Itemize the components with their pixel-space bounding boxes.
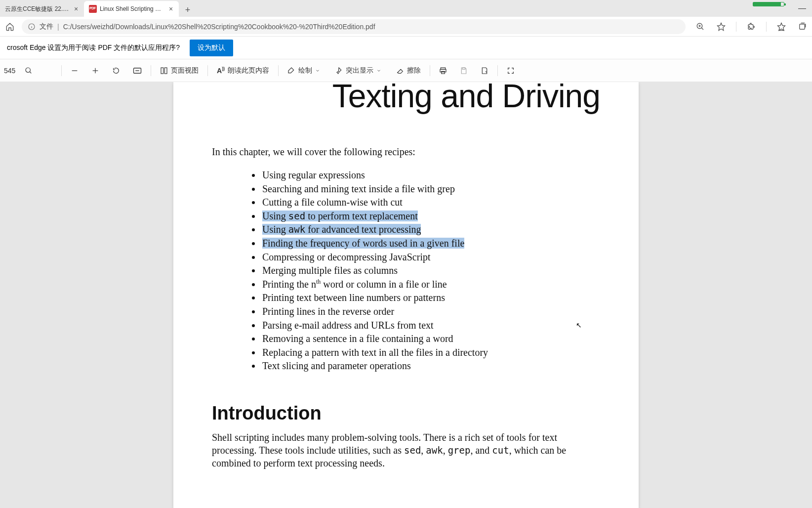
favorites-bar-icon[interactable] — [774, 20, 788, 34]
address-bar-row: 文件 | C:/Users/weizhd/Downloads/Linux%20S… — [0, 17, 812, 37]
list-item: Using regular expressions — [261, 169, 600, 182]
battery-indicator — [753, 2, 784, 6]
list-item: Cutting a file column-wise with cut — [261, 196, 600, 210]
new-tab-button[interactable]: + — [181, 3, 195, 17]
minimize-button[interactable]: — — [792, 4, 812, 13]
list-item: Removing a sentence in a file containing… — [261, 332, 600, 346]
tab-item-1[interactable]: Linux Shell Scripting Cookbook - × — [84, 1, 179, 17]
prompt-text: crosoft Edge 设置为用于阅读 PDF 文件的默认应用程序? — [7, 43, 180, 52]
page-view-button[interactable]: 页面视图 — [157, 64, 202, 77]
read-aloud-button[interactable]: A)) 朗读此页内容 — [214, 64, 272, 77]
list-item: Using sed to perform text replacement — [261, 210, 600, 223]
fullscreen-icon[interactable] — [504, 65, 518, 77]
tab-title: 云原生CCE敏捷版 22.9.0 安全 — [5, 5, 69, 13]
recipe-list: Using regular expressionsSearching and m… — [212, 169, 600, 373]
separator — [766, 22, 767, 32]
search-icon[interactable] — [22, 65, 36, 77]
svg-rect-10 — [800, 24, 805, 29]
extensions-icon[interactable] — [744, 20, 758, 34]
addr-file-label: 文件 — [40, 22, 53, 31]
address-bar[interactable]: 文件 | C:/Users/weizhd/Downloads/Linux%20S… — [22, 19, 686, 34]
close-icon[interactable]: × — [167, 5, 175, 13]
pdf-icon — [89, 5, 97, 13]
chapter-intro: In this chapter, we will cover the follo… — [212, 146, 600, 158]
svg-rect-24 — [442, 71, 445, 74]
addr-path: C:/Users/weizhd/Downloads/Linux%20Shell%… — [63, 23, 375, 31]
svg-line-14 — [30, 72, 31, 73]
list-item: Compressing or decompressing JavaScript — [261, 251, 600, 264]
zoom-icon[interactable] — [693, 20, 707, 34]
list-item: Finding the frequency of words used in a… — [261, 237, 600, 251]
list-item: Using awk for advanced text processing — [261, 223, 600, 237]
fit-page-button[interactable] — [130, 65, 145, 76]
svg-point-13 — [26, 68, 30, 72]
svg-rect-21 — [164, 68, 167, 74]
tab-item-0[interactable]: 云原生CCE敏捷版 22.9.0 安全 × — [0, 1, 84, 17]
section-heading: Introduction — [212, 403, 600, 424]
chevron-down-icon — [315, 68, 320, 73]
page-number-input[interactable] — [4, 67, 22, 75]
list-item: Printing lines in the reverse order — [261, 305, 600, 319]
chevron-down-icon — [376, 68, 381, 73]
addr-right-icons — [693, 20, 809, 34]
set-default-button[interactable]: 设为默认 — [190, 40, 233, 56]
zoom-out-button[interactable] — [68, 65, 81, 77]
info-icon — [28, 23, 36, 31]
tab-title: Linux Shell Scripting Cookbook - — [100, 5, 164, 12]
rotate-button[interactable] — [109, 65, 123, 77]
draw-button[interactable]: 绘制 — [284, 64, 323, 77]
separator — [736, 22, 736, 32]
favorite-icon[interactable] — [714, 20, 728, 34]
print-icon[interactable] — [436, 65, 450, 77]
svg-marker-8 — [778, 23, 785, 30]
list-item: Text slicing and parameter operations — [261, 359, 600, 373]
chapter-title: Texting and Driving — [212, 82, 600, 115]
pdf-viewport[interactable]: Texting and Driving In this chapter, we … — [0, 82, 812, 508]
svg-rect-20 — [161, 68, 163, 74]
addr-separator: | — [57, 23, 59, 31]
svg-marker-7 — [718, 23, 725, 30]
list-item: Parsing e-mail address and URLs from tex… — [261, 319, 600, 333]
pdf-page: Texting and Driving In this chapter, we … — [173, 82, 639, 508]
home-icon[interactable] — [3, 20, 17, 34]
list-item: Printing text between line numbers or pa… — [261, 291, 600, 305]
highlight-button[interactable]: 突出显示 — [332, 64, 384, 77]
collections-icon[interactable] — [795, 20, 809, 34]
pdf-toolbar: 页面视图 A)) 朗读此页内容 绘制 突出显示 擦除 — [0, 59, 812, 82]
list-item: Replacing a pattern with text in all the… — [261, 346, 600, 360]
list-item: Searching and mining text inside a file … — [261, 182, 600, 196]
browser-tab-bar: 云原生CCE敏捷版 22.9.0 安全 × Linux Shell Script… — [0, 0, 812, 17]
default-app-prompt: crosoft Edge 设置为用于阅读 PDF 文件的默认应用程序? 设为默认 — [0, 37, 812, 59]
svg-line-4 — [701, 28, 703, 30]
list-item: Merging multiple files as columns — [261, 264, 600, 278]
close-icon[interactable]: × — [72, 5, 80, 13]
zoom-in-button[interactable] — [88, 65, 102, 77]
save-icon[interactable] — [457, 65, 471, 77]
erase-button[interactable]: 擦除 — [393, 64, 424, 77]
svg-rect-25 — [462, 68, 465, 69]
save-as-icon[interactable] — [478, 65, 491, 77]
list-item: Printing the nth word or column in a fil… — [261, 278, 600, 292]
body-paragraph: Shell scripting includes many problem-so… — [212, 431, 600, 469]
